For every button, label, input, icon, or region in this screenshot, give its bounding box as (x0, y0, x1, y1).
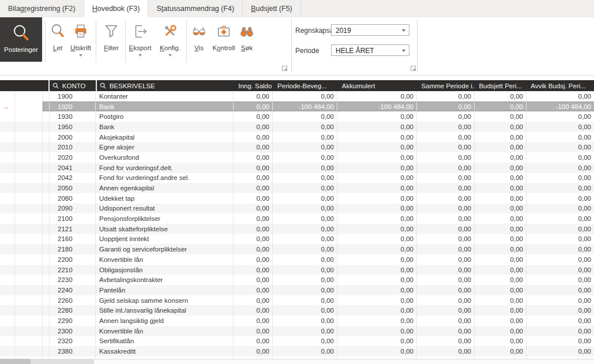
eksport-button[interactable]: Eksport (126, 21, 154, 69)
budsjett-periode-cell[interactable]: 0,00 (475, 173, 527, 183)
beskrivelse-cell[interactable]: Fond for vurderingsf.andre sel. (96, 173, 234, 183)
periode-bevegelse-cell[interactable]: 0,00 (273, 295, 337, 306)
konto-cell[interactable]: 2041 (50, 163, 96, 173)
konto-cell[interactable]: 2050 (50, 183, 96, 193)
samme-periode-cell[interactable]: 0,00 (417, 183, 475, 193)
samme-periode-cell[interactable]: 0,00 (417, 204, 475, 214)
periode-bevegelse-cell[interactable]: 0,00 (273, 204, 337, 214)
akkumulert-cell[interactable]: 0,00 (337, 244, 417, 254)
samme-periode-cell[interactable]: 0,00 (417, 265, 475, 275)
budsjett-periode-cell[interactable]: 0,00 (475, 285, 527, 295)
tab-budsjett[interactable]: Budsjett (F5) (243, 0, 301, 17)
periode-bevegelse-cell[interactable]: 0,00 (273, 193, 337, 204)
budsjett-periode-cell[interactable]: 0,00 (475, 163, 527, 173)
inng-saldo-cell[interactable]: 0,00 (234, 183, 273, 193)
budsjett-periode-cell[interactable]: 0,00 (475, 336, 527, 347)
periode-bevegelse-cell[interactable]: 0,00 (273, 254, 337, 265)
ribbon-group-expand-icon[interactable] (411, 66, 416, 71)
akkumulert-cell[interactable]: 0,00 (337, 326, 417, 336)
table-row[interactable]: 2121 Utsatt skatteforpliktelse 0,00 0,00… (0, 224, 594, 234)
beskrivelse-cell[interactable]: Gjeld selskap samme konsern (96, 295, 234, 306)
inng-saldo-cell[interactable]: 0,00 (234, 204, 273, 214)
periode-bevegelse-cell[interactable]: 0,00 (273, 111, 337, 122)
beskrivelse-cell[interactable]: Kontanter (96, 91, 234, 102)
akkumulert-cell[interactable]: 0,00 (337, 213, 417, 224)
inng-saldo-cell[interactable]: 0,00 (234, 91, 273, 102)
inng-saldo-cell[interactable]: 0,00 (234, 142, 273, 152)
table-row[interactable]: 2080 Udekket tap 0,00 0,00 0,00 0,00 0,0… (0, 193, 594, 204)
avvik-budsjett-cell[interactable]: 0,00 (527, 244, 594, 254)
avvik-budsjett-cell[interactable]: 0,00 (527, 163, 594, 173)
avvik-budsjett-cell[interactable]: 0,00 (527, 91, 594, 102)
samme-periode-cell[interactable]: 0,00 (417, 254, 475, 265)
akkumulert-cell[interactable]: 0,00 (337, 295, 417, 306)
periode-bevegelse-cell[interactable]: 0,00 (273, 285, 337, 295)
table-row[interactable]: 1930 Postgiro 0,00 0,00 0,00 0,00 0,00 0… (0, 111, 594, 122)
akkumulert-cell[interactable]: 0,00 (337, 122, 417, 132)
konto-cell[interactable]: 2260 (50, 295, 96, 306)
table-row[interactable]: 2230 Avbetalingskontrakter 0,00 0,00 0,0… (0, 275, 594, 285)
akkumulert-cell[interactable]: 0,00 (337, 234, 417, 245)
periode-bevegelse-cell[interactable]: 0,00 (273, 173, 337, 183)
beskrivelse-cell[interactable]: Konvertible lån (96, 326, 234, 336)
inng-saldo-cell[interactable]: 0,00 (234, 213, 273, 224)
budsjett-periode-cell[interactable]: 0,00 (475, 244, 527, 254)
periode-bevegelse-cell[interactable]: 0,00 (273, 122, 337, 132)
konto-cell[interactable]: 2210 (50, 265, 96, 275)
akkumulert-cell[interactable]: 0,00 (337, 193, 417, 204)
samme-periode-cell[interactable]: 0,00 (417, 91, 475, 102)
avvik-budsjett-cell[interactable]: 0,00 (527, 305, 594, 316)
avvik-budsjett-cell[interactable]: 0,00 (527, 224, 594, 234)
table-row[interactable]: 2010 Egne aksjer 0,00 0,00 0,00 0,00 0,0… (0, 142, 594, 152)
table-row[interactable]: 2260 Gjeld selskap samme konsern 0,00 0,… (0, 295, 594, 306)
tab-bilagregistrering[interactable]: Bilagregistrering (F2) (0, 0, 84, 17)
inng-saldo-cell[interactable]: 0,00 (234, 122, 273, 132)
avvik-budsjett-cell[interactable]: 0,00 (527, 204, 594, 214)
table-row[interactable]: 2210 Obligasjonslån 0,00 0,00 0,00 0,00 … (0, 265, 594, 275)
table-row[interactable]: 2320 Sertifikatlån 0,00 0,00 0,00 0,00 0… (0, 336, 594, 347)
akkumulert-cell[interactable]: 0,00 (337, 152, 417, 163)
akkumulert-cell[interactable]: 0,00 (337, 305, 417, 316)
konto-cell[interactable]: 2290 (50, 316, 96, 326)
periode-bevegelse-cell[interactable]: 0,00 (273, 275, 337, 285)
budsjett-periode-column-header[interactable]: Budsjett Peri... (475, 80, 527, 91)
beskrivelse-column-header[interactable]: BESKRIVELSE (96, 80, 235, 91)
periode-bevegelse-cell[interactable]: 0,00 (273, 224, 337, 234)
beskrivelse-cell[interactable]: Annen langsiktig gjeld (96, 316, 234, 326)
avvik-budsjett-cell[interactable]: -100 484,00 (527, 102, 594, 112)
budsjett-periode-cell[interactable]: 0,00 (475, 326, 527, 336)
beskrivelse-cell[interactable]: Obligasjonslån (96, 265, 234, 275)
konto-cell[interactable]: 2020 (50, 152, 96, 163)
periode-bevegelse-cell[interactable]: 0,00 (273, 305, 337, 316)
budsjett-periode-cell[interactable]: 0,00 (475, 295, 527, 306)
inng-saldo-cell[interactable]: 0,00 (234, 275, 273, 285)
horizontal-scrollbar[interactable] (0, 359, 594, 364)
samme-periode-cell[interactable]: 0,00 (417, 336, 475, 347)
avvik-budsjett-column-header[interactable]: Avvik Budsj. Peri... (527, 80, 594, 91)
samme-periode-cell[interactable]: 0,00 (417, 234, 475, 245)
avvik-budsjett-cell[interactable]: 0,00 (527, 132, 594, 142)
let-button[interactable]: Let (47, 21, 68, 69)
inng-saldo-cell[interactable]: 0,00 (234, 163, 273, 173)
periode-bevegelse-cell[interactable]: 0,00 (273, 234, 337, 245)
samme-periode-cell[interactable]: 0,00 (417, 213, 475, 224)
konto-cell[interactable]: 2100 (50, 213, 96, 224)
inng-saldo-cell[interactable]: 0,00 (234, 285, 273, 295)
periode-bevegelse-cell[interactable]: 0,00 (273, 132, 337, 142)
inng-saldo-cell[interactable]: 0,00 (234, 234, 273, 245)
scrollbar-track[interactable] (94, 359, 594, 364)
scrollbar-thumb-light[interactable] (31, 359, 94, 364)
konto-cell[interactable]: 2121 (50, 224, 96, 234)
konto-cell[interactable]: 2280 (50, 305, 96, 316)
budsjett-periode-cell[interactable]: 0,00 (475, 275, 527, 285)
beskrivelse-cell[interactable]: Utsatt skatteforpliktelse (96, 224, 234, 234)
inng-saldo-cell[interactable]: 0,00 (234, 346, 273, 357)
table-row[interactable]: 2000 Aksjekapital 0,00 0,00 0,00 0,00 0,… (0, 132, 594, 142)
samme-periode-cell[interactable]: 0,00 (417, 142, 475, 152)
periode-bevegelse-cell[interactable]: 0,00 (273, 152, 337, 163)
avvik-budsjett-cell[interactable]: 0,00 (527, 173, 594, 183)
konto-cell[interactable]: 2080 (50, 193, 96, 204)
inng-saldo-cell[interactable]: 0,00 (234, 305, 273, 316)
samme-periode-column-header[interactable]: Samme Periode i... (418, 80, 475, 91)
beskrivelse-cell[interactable]: Egne aksjer (96, 142, 234, 152)
